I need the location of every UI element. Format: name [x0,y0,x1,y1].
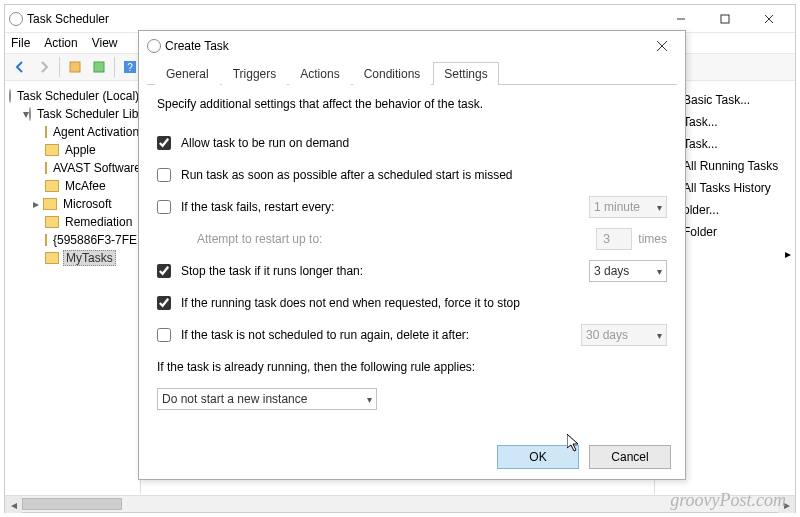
stop-if-longer-checkbox[interactable] [157,264,171,278]
settings-instruction: Specify additional settings that affect … [157,97,667,111]
folder-icon [45,216,59,228]
nav-forward-button[interactable] [33,56,55,78]
run-asap-checkbox[interactable] [157,168,171,182]
attempts-unit: times [638,232,667,246]
ok-button[interactable]: OK [497,445,579,469]
tab-general[interactable]: General [155,62,220,85]
navigation-tree[interactable]: Task Scheduler (Local) ▾ Task Scheduler … [5,83,141,494]
dialog-title: Create Task [165,39,229,53]
tree-library[interactable]: ▾ Task Scheduler Library [5,105,140,123]
rule-label-row: If the task is already running, then the… [157,353,667,381]
folder-icon [43,198,57,210]
tree-library-label: Task Scheduler Library [35,107,141,121]
tree-item[interactable]: Apple [5,141,140,159]
main-titlebar: Task Scheduler [5,5,795,33]
folder-icon [45,180,59,192]
setting-run-asap: Run task as soon as possible after a sch… [157,161,667,189]
svg-text:?: ? [127,62,133,73]
tab-settings[interactable]: Settings [433,62,498,85]
tree-item[interactable]: {595886F3-7FE...} [5,231,140,249]
tree-item-selected[interactable]: MyTasks [5,249,140,267]
stop-if-longer-label: Stop the task if it runs longer than: [181,264,589,278]
close-button[interactable] [747,5,791,33]
setting-attempts: Attempt to restart up to: 3 times [157,225,667,253]
menu-view[interactable]: View [92,36,118,50]
svg-rect-5 [94,62,104,72]
app-icon [9,12,23,26]
tab-triggers[interactable]: Triggers [222,62,288,85]
minimize-button[interactable] [659,5,703,33]
cancel-button[interactable]: Cancel [589,445,671,469]
tree-item[interactable]: Agent Activation [5,123,140,141]
rule-combo-row: Do not start a new instance ▾ [157,385,667,413]
toolbar-action-2[interactable] [88,56,110,78]
toolbar-separator [59,57,60,77]
folder-icon [45,144,59,156]
tree-item[interactable]: ▸Microsoft [5,195,140,213]
chevron-down-icon: ▾ [367,394,372,405]
create-task-dialog: Create Task General Triggers Actions Con… [138,30,686,480]
menu-action[interactable]: Action [44,36,77,50]
folder-icon [45,126,47,138]
tree-root-label: Task Scheduler (Local) [15,89,141,103]
maximize-button[interactable] [703,5,747,33]
tab-conditions[interactable]: Conditions [353,62,432,85]
running-rule-combo[interactable]: Do not start a new instance ▾ [157,388,377,410]
watermark: groovyPost.com [670,490,786,511]
tree-root[interactable]: Task Scheduler (Local) [5,87,140,105]
dialog-body: Specify additional settings that affect … [139,85,685,429]
dialog-icon [147,39,161,53]
setting-stop-if-longer: Stop the task if it runs longer than: 3 … [157,257,667,285]
stop-duration-combo[interactable]: 3 days ▾ [589,260,667,282]
scheduler-icon [9,89,11,103]
scroll-thumb[interactable] [22,498,122,510]
delete-after-checkbox[interactable] [157,328,171,342]
folder-icon [45,234,47,246]
attempts-label: Attempt to restart up to: [197,232,596,246]
attempts-input: 3 [596,228,632,250]
chevron-down-icon: ▾ [657,202,662,213]
setting-allow-demand: Allow task to be run on demand [157,129,667,157]
folder-icon [45,252,59,264]
run-asap-label: Run task as soon as possible after a sch… [181,168,667,182]
restart-label: If the task fails, restart every: [181,200,589,214]
svg-rect-1 [721,15,729,23]
dialog-close-button[interactable] [647,31,677,61]
chevron-right-icon: ▸ [785,247,791,261]
nav-back-button[interactable] [9,56,31,78]
folder-icon [45,162,47,174]
svg-rect-4 [70,62,80,72]
force-stop-label: If the running task does not end when re… [181,296,667,310]
scheduler-icon [29,107,31,121]
chevron-down-icon: ▾ [657,330,662,341]
tree-item[interactable]: Remediation [5,213,140,231]
tree-item[interactable]: McAfee [5,177,140,195]
toolbar-action-1[interactable] [64,56,86,78]
allow-demand-checkbox[interactable] [157,136,171,150]
delete-after-combo: 30 days ▾ [581,324,667,346]
force-stop-checkbox[interactable] [157,296,171,310]
app-title: Task Scheduler [27,12,109,26]
rule-label: If the task is already running, then the… [157,360,475,374]
toolbar-separator [114,57,115,77]
tab-strip: General Triggers Actions Conditions Sett… [147,61,677,85]
restart-interval-combo: 1 minute ▾ [589,196,667,218]
menu-file[interactable]: File [11,36,30,50]
dialog-footer: OK Cancel [497,445,671,469]
delete-after-label: If the task is not scheduled to run agai… [181,328,581,342]
chevron-down-icon: ▾ [657,266,662,277]
restart-checkbox[interactable] [157,200,171,214]
setting-delete-after: If the task is not scheduled to run agai… [157,321,667,349]
setting-force-stop: If the running task does not end when re… [157,289,667,317]
scroll-left-arrow[interactable]: ◂ [5,496,22,513]
allow-demand-label: Allow task to be run on demand [181,136,667,150]
tab-actions[interactable]: Actions [289,62,350,85]
tree-item[interactable]: AVAST Software [5,159,140,177]
dialog-titlebar: Create Task [139,31,685,61]
caret-right-icon[interactable]: ▸ [33,197,43,211]
setting-restart: If the task fails, restart every: 1 minu… [157,193,667,221]
